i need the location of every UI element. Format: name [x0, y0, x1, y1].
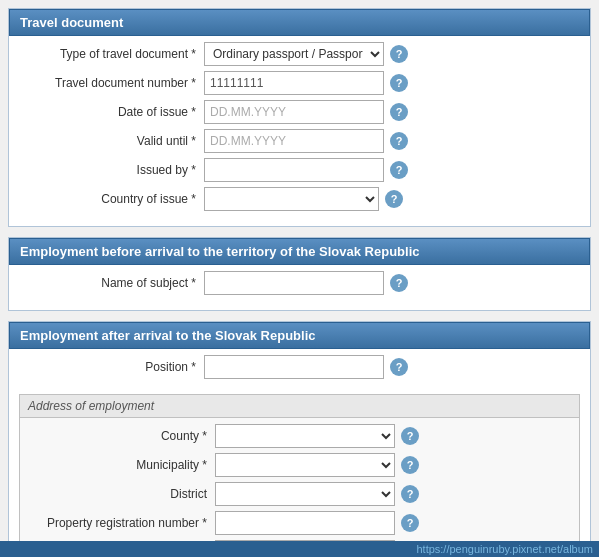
employment-before-section: Employment before arrival to the territo… — [8, 237, 591, 311]
position-help-icon[interactable]: ? — [390, 358, 408, 376]
doc-number-label: Travel document number — [19, 76, 204, 90]
property-reg-input[interactable] — [215, 511, 395, 535]
address-of-employment-box: Address of employment County ? Municipal… — [19, 394, 580, 557]
valid-until-label: Valid until — [19, 134, 204, 148]
type-of-travel-document-row: Type of travel document Ordinary passpor… — [19, 42, 580, 66]
valid-until-input[interactable] — [204, 129, 384, 153]
travel-document-section: Travel document Type of travel document … — [8, 8, 591, 227]
county-label: County — [30, 429, 215, 443]
country-label: Country of issue — [19, 192, 204, 206]
status-bar: https://penguinruby.pixnet.net/album — [0, 541, 599, 557]
name-of-subject-input[interactable] — [204, 271, 384, 295]
issued-by-input[interactable] — [204, 158, 384, 182]
position-row: Position ? — [19, 355, 580, 379]
name-of-subject-help-icon[interactable]: ? — [390, 274, 408, 292]
employment-after-section: Employment after arrival to the Slovak R… — [8, 321, 591, 557]
type-label: Type of travel document — [19, 47, 204, 61]
issued-by-row: Issued by ? — [19, 158, 580, 182]
property-reg-row: Property registration number ? — [30, 511, 569, 535]
valid-until-row: Valid until ? — [19, 129, 580, 153]
date-of-issue-input[interactable] — [204, 100, 384, 124]
municipality-row: Municipality ? — [30, 453, 569, 477]
country-help-icon[interactable]: ? — [385, 190, 403, 208]
name-of-subject-label: Name of subject — [19, 276, 204, 290]
date-of-issue-row: Date of issue ? — [19, 100, 580, 124]
district-row: District ? — [30, 482, 569, 506]
type-select[interactable]: Ordinary passport / Passport — [204, 42, 384, 66]
issued-by-label: Issued by — [19, 163, 204, 177]
country-of-issue-row: Country of issue ? — [19, 187, 580, 211]
valid-until-help-icon[interactable]: ? — [390, 132, 408, 150]
district-select[interactable] — [215, 482, 395, 506]
county-select[interactable] — [215, 424, 395, 448]
doc-number-input[interactable] — [204, 71, 384, 95]
employment-after-header: Employment after arrival to the Slovak R… — [9, 322, 590, 349]
municipality-label: Municipality — [30, 458, 215, 472]
county-row: County ? — [30, 424, 569, 448]
district-help-icon[interactable]: ? — [401, 485, 419, 503]
doc-number-row: Travel document number ? — [19, 71, 580, 95]
date-of-issue-help-icon[interactable]: ? — [390, 103, 408, 121]
position-input[interactable] — [204, 355, 384, 379]
address-header: Address of employment — [20, 395, 579, 418]
position-label: Position — [19, 360, 204, 374]
name-of-subject-row: Name of subject ? — [19, 271, 580, 295]
country-select[interactable] — [204, 187, 379, 211]
issued-by-help-icon[interactable]: ? — [390, 161, 408, 179]
municipality-select[interactable] — [215, 453, 395, 477]
county-help-icon[interactable]: ? — [401, 427, 419, 445]
travel-document-header: Travel document — [9, 9, 590, 36]
property-reg-help-icon[interactable]: ? — [401, 514, 419, 532]
municipality-help-icon[interactable]: ? — [401, 456, 419, 474]
district-label: District — [30, 487, 215, 501]
doc-number-help-icon[interactable]: ? — [390, 74, 408, 92]
type-help-icon[interactable]: ? — [390, 45, 408, 63]
property-reg-label: Property registration number — [30, 516, 215, 530]
date-of-issue-label: Date of issue — [19, 105, 204, 119]
employment-before-header: Employment before arrival to the territo… — [9, 238, 590, 265]
